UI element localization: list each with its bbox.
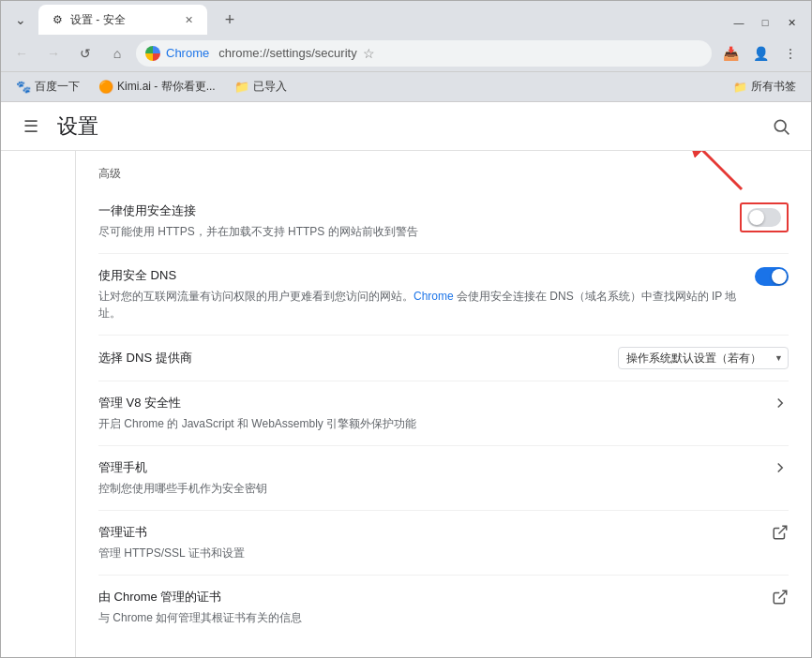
hamburger-menu-button[interactable]: ☰: [16, 112, 46, 142]
bookmark-imported[interactable]: 📁 已导入: [231, 77, 291, 97]
tab-close-button[interactable]: ✕: [181, 12, 196, 27]
setting-control-certs[interactable]: [772, 524, 789, 545]
setting-title-v8: 管理 V8 安全性: [98, 395, 757, 411]
setting-info-phone: 管理手机 控制您使用哪些手机作为安全密钥: [98, 459, 757, 497]
kimi-label: Kimi.ai - 帮你看更...: [117, 79, 216, 95]
setting-desc-always-https: 尽可能使用 HTTPS，并在加载不支持 HTTPS 的网站前收到警告: [98, 223, 725, 240]
forward-button[interactable]: →: [40, 40, 67, 67]
imported-label: 已导入: [253, 79, 287, 95]
tab-list-button[interactable]: ⌄: [8, 7, 33, 32]
address-bar-actions: 📥 👤 ⋮: [717, 40, 804, 67]
baidu-label: 百度一下: [35, 79, 80, 95]
setting-title-phone: 管理手机: [98, 459, 757, 476]
page-content: ☰ 设置 高级 一律使用安全连接 尽可能使用 HT: [1, 102, 811, 657]
setting-title-certs: 管理证书: [98, 524, 757, 541]
site-icon: [145, 46, 160, 61]
setting-row-v8: 管理 V8 安全性 开启 Chrome 的 JavaScript 和 WebAs…: [98, 381, 789, 446]
setting-desc-chrome-certs: 与 Chrome 如何管理其根证书有关的信息: [98, 609, 757, 626]
setting-info-chrome-certs: 由 Chrome 管理的证书 与 Chrome 如何管理其根证书有关的信息: [98, 589, 757, 626]
bookmark-kimi[interactable]: 🟠 Kimi.ai - 帮你看更...: [95, 77, 219, 97]
setting-desc-phone: 控制您使用哪些手机作为安全密钥: [98, 480, 757, 497]
bookmarks-bar: 🐾 百度一下 🟠 Kimi.ai - 帮你看更... 📁 已导入 📁 所有书签: [1, 72, 811, 102]
baidu-icon: 🐾: [16, 80, 31, 94]
back-button[interactable]: ←: [8, 40, 35, 67]
settings-search-button[interactable]: [766, 112, 796, 142]
setting-control-v8[interactable]: [772, 395, 789, 415]
setting-info-secure-dns: 使用安全 DNS 让对您的互联网流量有访问权限的用户更难看到您访问的网站。Chr…: [98, 267, 740, 322]
profile-button[interactable]: 👤: [747, 40, 774, 67]
bookmark-baidu[interactable]: 🐾 百度一下: [12, 77, 83, 97]
chevron-right-icon: [772, 395, 789, 415]
setting-control-secure-dns: [755, 267, 789, 286]
address-input[interactable]: Chrome chrome://settings/security ☆: [136, 40, 712, 67]
all-bookmarks-label: 所有书签: [751, 79, 796, 95]
home-button[interactable]: ⌂: [104, 40, 130, 67]
svg-point-0: [774, 120, 786, 131]
setting-info-always-https: 一律使用安全连接 尽可能使用 HTTPS，并在加载不支持 HTTPS 的网站前收…: [98, 202, 725, 240]
folder-icon: 📁: [234, 80, 249, 94]
address-bar: ← → ↺ ⌂ Chrome chrome://settings/securit…: [1, 35, 811, 72]
minimize-button[interactable]: —: [727, 14, 751, 31]
search-icon: [772, 117, 790, 136]
external-link-icon-certs: [772, 524, 789, 545]
setting-desc-certs: 管理 HTTPS/SSL 证书和设置: [98, 545, 757, 561]
setting-title-always-https: 一律使用安全连接: [98, 202, 725, 219]
setting-row-dns-provider: 选择 DNS 提供商 操作系统默认设置（若有） Google Cloudflar…: [98, 336, 789, 381]
bookmarks-folder-icon: 📁: [733, 81, 747, 94]
dns-provider-control: 操作系统默认设置（若有） Google Cloudflare 自定义: [618, 347, 789, 369]
setting-row-secure-dns: 使用安全 DNS 让对您的互联网流量有访问权限的用户更难看到您访问的网站。Chr…: [98, 254, 789, 336]
settings-sidebar: [1, 151, 76, 657]
always-https-toggle[interactable]: [747, 208, 781, 227]
section-label-advanced: 高级: [98, 151, 789, 189]
toggle-highlight-box: [740, 202, 789, 232]
secure-dns-toggle[interactable]: [755, 267, 789, 286]
setting-control-always-https: [740, 202, 789, 232]
settings-main: 高级 一律使用安全连接 尽可能使用 HTTPS，并在加载不支持 HTTPS 的网…: [76, 151, 811, 657]
dns-provider-select[interactable]: 操作系统默认设置（若有） Google Cloudflare 自定义: [618, 347, 789, 369]
active-tab[interactable]: ⚙ 设置 - 安全 ✕: [38, 5, 207, 35]
desc-text-before: 让对您的互联网流量有访问权限的用户更难看到您访问的网站。: [98, 290, 414, 303]
setting-control-chrome-certs[interactable]: [772, 589, 789, 609]
url-brand: Chrome: [166, 46, 209, 60]
section-advanced: 高级 一律使用安全连接 尽可能使用 HTTPS，并在加载不支持 HTTPS 的网…: [76, 151, 811, 639]
setting-row-chrome-certs: 由 Chrome 管理的证书 与 Chrome 如何管理其根证书有关的信息: [98, 576, 789, 639]
maximize-button[interactable]: □: [753, 14, 777, 31]
tab-strip: ⌄ ⚙ 设置 - 安全 ✕ +: [8, 5, 243, 35]
setting-info-v8: 管理 V8 安全性 开启 Chrome 的 JavaScript 和 WebAs…: [98, 395, 757, 432]
tab-title: 设置 - 安全: [70, 12, 175, 28]
toggle-knob: [749, 210, 764, 225]
reload-button[interactable]: ↺: [72, 40, 98, 67]
bookmark-star-icon[interactable]: ☆: [363, 46, 375, 61]
all-bookmarks-button[interactable]: 📁 所有书签: [729, 77, 800, 97]
url-path: chrome://settings/security: [218, 46, 356, 60]
close-button[interactable]: ✕: [779, 14, 804, 31]
toggle-knob-dns: [772, 269, 787, 284]
settings-header: ☰ 设置: [1, 102, 811, 151]
setting-control-phone[interactable]: [772, 459, 789, 480]
settings-page-title: 设置: [57, 112, 98, 141]
svg-line-1: [785, 129, 789, 134]
setting-title-secure-dns: 使用安全 DNS: [98, 267, 740, 284]
setting-title-chrome-certs: 由 Chrome 管理的证书: [98, 589, 757, 606]
tab-favicon: ⚙: [50, 12, 65, 27]
external-link-icon-chrome-certs: [772, 589, 789, 609]
settings-body: 高级 一律使用安全连接 尽可能使用 HTTPS，并在加载不支持 HTTPS 的网…: [1, 151, 811, 657]
setting-row-phone: 管理手机 控制您使用哪些手机作为安全密钥: [98, 446, 789, 511]
setting-desc-v8: 开启 Chrome 的 JavaScript 和 WebAssembly 引擎额…: [98, 415, 757, 432]
downloads-button[interactable]: 📥: [717, 40, 744, 67]
setting-info-certs: 管理证书 管理 HTTPS/SSL 证书和设置: [98, 524, 757, 561]
dns-provider-label: 选择 DNS 提供商: [98, 350, 618, 366]
bookmarks-right: 📁 所有书签: [729, 77, 800, 97]
new-tab-button[interactable]: +: [217, 7, 243, 33]
setting-row-always-https: 一律使用安全连接 尽可能使用 HTTPS，并在加载不支持 HTTPS 的网站前收…: [98, 189, 789, 254]
svg-line-5: [779, 591, 787, 598]
chevron-right-icon-phone: [772, 459, 789, 480]
menu-button[interactable]: ⋮: [777, 40, 804, 67]
svg-line-4: [779, 526, 787, 533]
browser-window: ⌄ ⚙ 设置 - 安全 ✕ + — □ ✕ ← → ↺ ⌂ Chrome chr…: [0, 0, 812, 658]
title-bar: ⌄ ⚙ 设置 - 安全 ✕ + — □ ✕: [1, 1, 811, 35]
window-controls: — □ ✕: [727, 14, 804, 35]
desc-chrome-brand: Chrome: [414, 290, 454, 303]
dns-dropdown-wrap: 操作系统默认设置（若有） Google Cloudflare 自定义: [618, 347, 789, 369]
kimi-icon: 🟠: [98, 80, 113, 94]
